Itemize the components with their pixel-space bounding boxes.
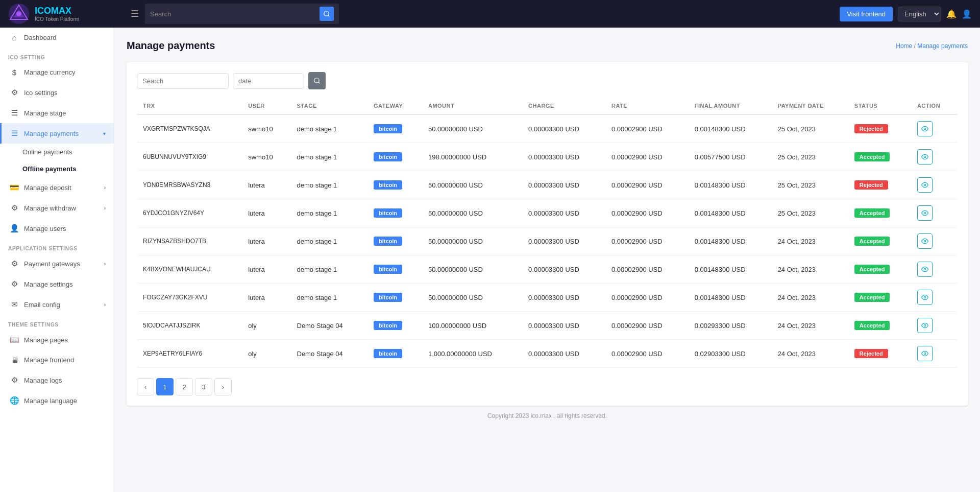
deposit-icon: 💳 xyxy=(10,183,19,192)
language-select[interactable]: English Spanish French xyxy=(898,7,941,21)
sidebar-item-manage-users[interactable]: 👤 Manage users xyxy=(0,218,114,239)
cell-status: Accepted xyxy=(848,143,911,171)
cell-user: swmo10 xyxy=(242,114,290,143)
cell-amount: 50.00000000 USD xyxy=(422,171,522,199)
col-action: ACTION xyxy=(911,98,958,114)
pagination-next[interactable]: › xyxy=(214,378,232,395)
sidebar-item-manage-stage[interactable]: ☰ Manage stage xyxy=(0,103,114,123)
svg-point-14 xyxy=(924,296,926,298)
cell-rate: 0.00002900 USD xyxy=(605,114,689,143)
view-button[interactable] xyxy=(917,149,933,165)
cell-user: swmo10 xyxy=(242,143,290,171)
svg-point-13 xyxy=(924,268,926,270)
date-input[interactable] xyxy=(233,73,304,89)
sidebar-sub-online-payments[interactable]: Online payments xyxy=(0,144,114,160)
col-trx: TRX xyxy=(137,98,242,114)
col-gateway: GATEWAY xyxy=(368,98,422,114)
view-button[interactable] xyxy=(917,290,933,305)
pagination-prev[interactable]: ‹ xyxy=(137,378,154,395)
sidebar-sub-label: Online payments xyxy=(22,148,72,156)
topnav-search-input[interactable] xyxy=(150,10,320,18)
sidebar-item-manage-deposit[interactable]: 💳 Manage deposit › xyxy=(0,177,114,198)
cell-stage: demo stage 1 xyxy=(291,227,368,255)
view-button[interactable] xyxy=(917,121,933,136)
pagination-page-2[interactable]: 2 xyxy=(176,378,193,395)
cell-action xyxy=(911,143,958,171)
logs-icon: ⚙ xyxy=(10,376,19,385)
sidebar-item-manage-frontend[interactable]: 🖥 Manage frontend xyxy=(0,350,114,370)
sidebar-item-email-config[interactable]: ✉ Email config › xyxy=(0,294,114,315)
language-icon: 🌐 xyxy=(10,396,19,405)
gateway-badge: bitcoin xyxy=(374,349,402,358)
sidebar-item-manage-withdraw[interactable]: ⚙ Manage withdraw › xyxy=(0,198,114,218)
search-input[interactable] xyxy=(137,73,229,89)
cell-final-amount: 0.00148300 USD xyxy=(689,284,772,312)
cell-charge: 0.00003300 USD xyxy=(522,114,605,143)
cell-charge: 0.00003300 USD xyxy=(522,199,605,227)
user-avatar-icon[interactable]: 👤 xyxy=(962,9,972,19)
cell-action xyxy=(911,227,958,255)
table-row: K4BXVONEWHAUJCAU lutera demo stage 1 bit… xyxy=(137,255,958,284)
sidebar-item-manage-language[interactable]: 🌐 Manage language xyxy=(0,390,114,411)
visit-frontend-button[interactable]: Visit frontend xyxy=(840,7,893,21)
footer-text: Copyright 2023 ico.max . all rights rese… xyxy=(487,412,607,419)
sidebar-item-manage-payments[interactable]: ☰ Manage payments ▾ xyxy=(0,123,114,144)
cell-user: lutera xyxy=(242,227,290,255)
sidebar-item-dashboard[interactable]: ⌂ Dashboard xyxy=(0,28,114,48)
status-badge: Rejected xyxy=(854,124,888,133)
pagination-page-1[interactable]: 1 xyxy=(156,378,174,395)
cell-rate: 0.00002900 USD xyxy=(605,312,689,340)
cell-trx: VXGRTMSPZW7KSQJA xyxy=(137,114,242,143)
sidebar-item-label: Dashboard xyxy=(24,34,57,41)
sidebar-item-manage-settings[interactable]: ⚙ Manage settings xyxy=(0,274,114,294)
status-badge: Accepted xyxy=(854,293,890,302)
view-button[interactable] xyxy=(917,318,933,333)
cell-action xyxy=(911,114,958,143)
table-row: XEP9AETRY6LFIAY6 oly Demo Stage 04 bitco… xyxy=(137,340,958,368)
cell-charge: 0.00003300 USD xyxy=(522,171,605,199)
brand-sub: ICO Token Platform xyxy=(35,16,79,22)
sidebar-item-ico-settings[interactable]: ⚙ Ico settings xyxy=(0,82,114,103)
filter-search-button[interactable] xyxy=(308,72,326,89)
table-body: VXGRTMSPZW7KSQJA swmo10 demo stage 1 bit… xyxy=(137,114,958,368)
hamburger-icon[interactable]: ☰ xyxy=(131,8,139,19)
eye-icon xyxy=(921,322,928,329)
cell-rate: 0.00002900 USD xyxy=(605,143,689,171)
view-button[interactable] xyxy=(917,205,933,221)
cell-charge: 0.00003300 USD xyxy=(522,255,605,284)
cell-amount: 50.00000000 USD xyxy=(422,284,522,312)
cell-payment-date: 24 Oct, 2023 xyxy=(772,227,848,255)
sidebar-item-payment-gateways[interactable]: ⚙ Payment gateways › xyxy=(0,253,114,274)
frontend-icon: 🖥 xyxy=(10,356,19,364)
chevron-right-icon: › xyxy=(104,302,106,308)
sidebar-item-manage-pages[interactable]: 📖 Manage pages xyxy=(0,330,114,350)
notifications-icon[interactable]: 🔔 xyxy=(946,9,957,19)
svg-point-8 xyxy=(924,128,926,130)
breadcrumb-home[interactable]: Home xyxy=(896,42,912,50)
cell-trx: 6UBUNNUVUY9TXIG9 xyxy=(137,143,242,171)
sidebar-item-label: Manage payments xyxy=(24,130,79,137)
cell-trx: RIZYNSAZBSHDO7TB xyxy=(137,227,242,255)
cell-action xyxy=(911,340,958,368)
sidebar-item-label: Manage deposit xyxy=(24,184,71,192)
cell-user: lutera xyxy=(242,171,290,199)
col-rate: RATE xyxy=(605,98,689,114)
pagination-page-3[interactable]: 3 xyxy=(195,378,212,395)
view-button[interactable] xyxy=(917,177,933,193)
sidebar-sub-offline-payments[interactable]: Offline payments xyxy=(0,160,114,177)
sidebar: ⌂ Dashboard ICO SETTING $ Manage currenc… xyxy=(0,28,114,492)
cell-user: lutera xyxy=(242,284,290,312)
topnav-search-button[interactable] xyxy=(320,7,334,21)
footer: Copyright 2023 ico.max . all rights rese… xyxy=(127,406,968,426)
view-button[interactable] xyxy=(917,262,933,277)
cell-final-amount: 0.02903300 USD xyxy=(689,340,772,368)
cell-final-amount: 0.00148300 USD xyxy=(689,114,772,143)
sidebar-item-manage-currency[interactable]: $ Manage currency xyxy=(0,62,114,82)
svg-point-9 xyxy=(924,156,926,158)
view-button[interactable] xyxy=(917,233,933,249)
view-button[interactable] xyxy=(917,346,933,361)
chevron-right-icon: › xyxy=(104,261,106,267)
sidebar-item-manage-logs[interactable]: ⚙ Manage logs xyxy=(0,370,114,390)
gateway-badge: bitcoin xyxy=(374,152,402,161)
sidebar-item-label: Payment gateways xyxy=(24,260,80,268)
